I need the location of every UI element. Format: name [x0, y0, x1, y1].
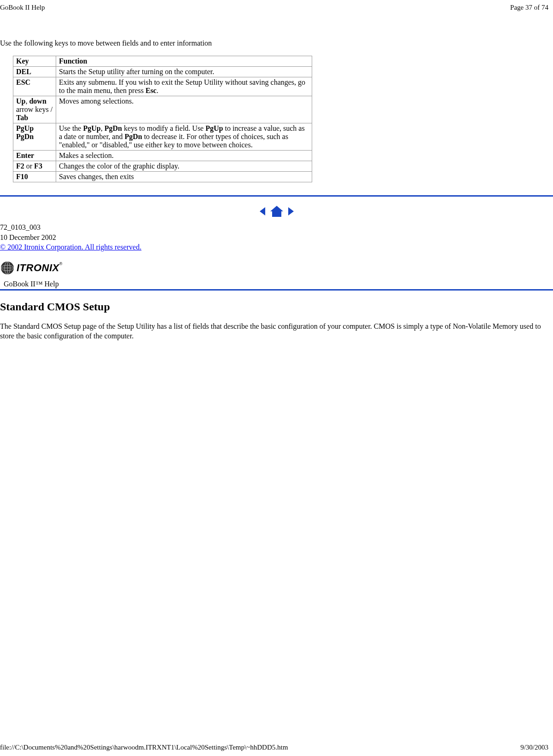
table-row: ESCExits any submenu. If you wish to exi…	[13, 77, 312, 96]
function-cell: Makes a selection.	[56, 151, 312, 161]
function-cell: Changes the color of the graphic display…	[56, 161, 312, 172]
key-cell: ESC	[13, 77, 56, 96]
section-body: The Standard CMOS Setup page of the Setu…	[0, 321, 543, 341]
function-cell: Exits any submenu. If you wish to exit t…	[56, 77, 312, 96]
function-cell: Moves among selections.	[56, 96, 312, 123]
key-cell: F2 or F3	[13, 161, 56, 172]
intro-text: Use the following keys to move between f…	[0, 39, 553, 47]
function-cell: Saves changes, then exits	[56, 172, 312, 182]
function-cell: Use the PgUp, PgDn keys to modify a fiel…	[56, 123, 312, 151]
key-cell: Enter	[13, 151, 56, 161]
key-cell: PgUp PgDn	[13, 123, 56, 151]
globe-icon	[0, 261, 15, 275]
svg-marker-2	[288, 207, 294, 215]
copyright-link[interactable]: © 2002 Itronix Corporation. All rights r…	[0, 243, 141, 251]
key-cell: F10	[13, 172, 56, 182]
brand-logo-text: ITRONIX	[17, 262, 59, 273]
footer-date: 9/30/2003	[520, 744, 548, 751]
col-key: Key	[13, 56, 56, 67]
registered-icon: ®	[59, 262, 63, 266]
function-cell: Starts the Setup utility after turning o…	[56, 67, 312, 77]
svg-marker-1	[270, 206, 283, 217]
key-cell: Up, down arrow keys / Tab	[13, 96, 56, 123]
keys-table: Key Function DELStarts the Setup utility…	[13, 56, 312, 182]
table-row: F10Saves changes, then exits	[13, 172, 312, 182]
brand-logo: ITRONIX®	[0, 261, 553, 275]
doc-id: 72_0103_003	[0, 222, 553, 233]
col-function: Function	[56, 56, 312, 67]
divider-blue	[0, 195, 553, 197]
table-row: PgUp PgDnUse the PgUp, PgDn keys to modi…	[13, 123, 312, 151]
table-row: DELStarts the Setup utility after turnin…	[13, 67, 312, 77]
nav-home-icon[interactable]	[269, 207, 286, 215]
key-cell: DEL	[13, 67, 56, 77]
nav-next-icon[interactable]	[286, 207, 295, 215]
table-row: EnterMakes a selection.	[13, 151, 312, 161]
svg-marker-0	[260, 207, 265, 215]
doc-date: 10 December 2002	[0, 233, 553, 243]
footer-path: file://C:\Documents%20and%20Settings\har…	[0, 744, 288, 751]
table-row: F2 or F3Changes the color of the graphic…	[13, 161, 312, 172]
header-page-number: Page 37 of 74	[510, 4, 548, 12]
header-title: GoBook II Help	[0, 4, 45, 12]
brand-help-label: GoBook II™ Help	[0, 278, 553, 291]
table-row: Up, down arrow keys / TabMoves among sel…	[13, 96, 312, 123]
nav-prev-icon[interactable]	[258, 207, 269, 215]
section-heading: Standard CMOS Setup	[0, 301, 553, 313]
